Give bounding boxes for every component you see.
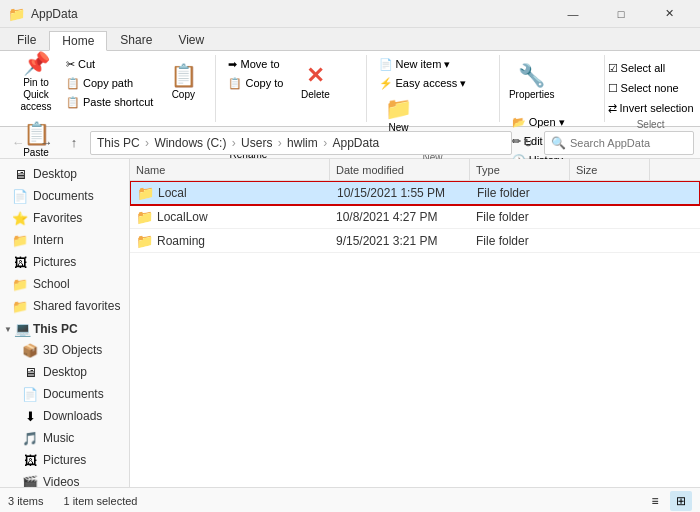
move-to-icon: ➡ (228, 58, 237, 71)
music-icon: 🎵 (22, 431, 38, 446)
documents-pc-icon: 📄 (22, 387, 38, 402)
properties-button[interactable]: 🔧 Properties (508, 55, 556, 111)
cut-button[interactable]: ✂ Cut (62, 55, 157, 73)
file-row-roaming[interactable]: 📁 Roaming 9/15/2021 3:21 PM File folder (130, 229, 700, 253)
sidebar-item-intern[interactable]: 📁 Intern (0, 229, 129, 251)
invert-selection-icon: ⇄ (608, 102, 617, 115)
sidebar-item-music[interactable]: 🎵 Music (0, 427, 129, 449)
tab-home[interactable]: Home (49, 31, 107, 51)
title-bar-title: AppData (31, 7, 78, 21)
sidebar-item-3d-objects[interactable]: 📦 3D Objects (0, 339, 129, 361)
address-bar[interactable]: This PC › Windows (C:) › Users › hwlim ›… (90, 131, 512, 155)
copy-icon: 📋 (170, 65, 197, 87)
title-bar-left: 📁 AppData (8, 6, 550, 22)
col-header-date[interactable]: Date modified (330, 159, 470, 180)
file-type-roaming: File folder (470, 234, 570, 248)
file-name-roaming: 📁 Roaming (130, 233, 330, 249)
ribbon-tabs: File Home Share View (0, 28, 700, 50)
open-button[interactable]: 📂 Open ▾ (508, 113, 569, 131)
copy-to-button[interactable]: 📋 Copy to (224, 74, 287, 92)
new-item-icon: 📄 (379, 58, 393, 71)
select-col: ☑ Select all ☐ Select none ⇄ Invert sele… (604, 55, 698, 117)
file-date-local: 10/15/2021 1:55 PM (331, 186, 471, 200)
up-button[interactable]: ↑ (62, 131, 86, 155)
documents-icon: 📄 (12, 189, 28, 204)
this-pc-arrow: ▼ (4, 325, 12, 334)
refresh-button[interactable]: ↻ (516, 131, 540, 155)
desktop-icon: 🖥 (12, 167, 28, 182)
sidebar-item-pictures-pc[interactable]: 🖼 Pictures (0, 449, 129, 471)
col-header-name[interactable]: Name (130, 159, 330, 180)
file-row-locallow[interactable]: 📁 LocalLow 10/8/2021 4:27 PM File folder (130, 205, 700, 229)
videos-icon: 🎬 (22, 475, 38, 488)
file-list: Name Date modified Type Size 📁 Local 10/… (130, 159, 700, 487)
sidebar-item-favorites[interactable]: ⭐ Favorites (0, 207, 129, 229)
maximize-button[interactable]: □ (598, 0, 644, 28)
tab-share[interactable]: Share (107, 30, 165, 50)
folder-icon-local: 📁 (137, 185, 154, 201)
col-header-type[interactable]: Type (470, 159, 570, 180)
new-item-button[interactable]: 📄 New item ▾ (375, 55, 471, 73)
search-box[interactable]: 🔍 (544, 131, 694, 155)
close-button[interactable]: ✕ (646, 0, 692, 28)
file-list-header: Name Date modified Type Size (130, 159, 700, 181)
sidebar-item-documents-pc[interactable]: 📄 Documents (0, 383, 129, 405)
sidebar-item-school[interactable]: 📁 School (0, 273, 129, 295)
file-type-locallow: File folder (470, 210, 570, 224)
shared-favorites-icon: 📁 (12, 299, 28, 314)
properties-icon: 🔧 (518, 65, 545, 87)
file-name-local: 📁 Local (131, 185, 331, 201)
delete-button[interactable]: ✕ Delete (291, 55, 339, 111)
forward-button[interactable]: → (34, 131, 58, 155)
cut-icon: ✂ (66, 58, 75, 71)
details-view-button[interactable]: ≡ (644, 491, 666, 511)
pin-button[interactable]: 📌 Pin to Quick access (12, 55, 60, 111)
tab-view[interactable]: View (165, 30, 217, 50)
title-bar: 📁 AppData — □ ✕ (0, 0, 700, 28)
favorites-icon: ⭐ (12, 211, 28, 226)
ribbon-content: 📌 Pin to Quick access ✂ Cut 📋 Copy path … (0, 50, 700, 126)
invert-selection-button[interactable]: ⇄ Invert selection (604, 99, 698, 117)
sidebar-item-shared-favorites[interactable]: 📁 Shared favorites (0, 295, 129, 317)
folder-icon-locallow: 📁 (136, 209, 153, 225)
view-controls: ≡ ⊞ (644, 491, 692, 511)
organize-group: ➡ Move to 📋 Copy to ✕ Delete ✏ Rename (216, 55, 366, 122)
new-folder-icon: 📁 (385, 98, 412, 120)
copy-button[interactable]: 📋 Copy (159, 55, 207, 111)
search-input[interactable] (570, 137, 680, 149)
file-date-roaming: 9/15/2021 3:21 PM (330, 234, 470, 248)
title-bar-controls: — □ ✕ (550, 0, 692, 28)
pictures-pc-icon: 🖼 (22, 453, 38, 468)
select-all-button[interactable]: ☑ Select all (604, 59, 698, 77)
tab-file[interactable]: File (4, 30, 49, 50)
this-pc-header[interactable]: ▼ 💻 This PC (0, 317, 129, 339)
new-group: 📄 New item ▾ ⚡ Easy access ▾ 📁 New folde… (367, 55, 500, 122)
downloads-icon: ⬇ (22, 409, 38, 424)
move-to-button[interactable]: ➡ Move to (224, 55, 287, 73)
file-row-local[interactable]: 📁 Local 10/15/2021 1:55 PM File folder (130, 181, 700, 205)
select-group: ☑ Select all ☐ Select none ⇄ Invert sele… (605, 55, 696, 122)
select-none-button[interactable]: ☐ Select none (604, 79, 698, 97)
back-button[interactable]: ← (6, 131, 30, 155)
sidebar-item-videos[interactable]: 🎬 Videos (0, 471, 129, 487)
sidebar-item-documents[interactable]: 📄 Documents (0, 185, 129, 207)
paste-shortcut-button[interactable]: 📋 Paste shortcut (62, 93, 157, 111)
minimize-button[interactable]: — (550, 0, 596, 28)
3d-objects-icon: 📦 (22, 343, 38, 358)
copy-path-icon: 📋 (66, 77, 80, 90)
sidebar-item-desktop-pc[interactable]: 🖥 Desktop (0, 361, 129, 383)
sidebar-item-pictures[interactable]: 🖼 Pictures (0, 251, 129, 273)
sidebar-item-desktop[interactable]: 🖥 Desktop (0, 163, 129, 185)
easy-access-icon: ⚡ (379, 77, 393, 90)
large-icon-view-button[interactable]: ⊞ (670, 491, 692, 511)
col-header-size[interactable]: Size (570, 159, 650, 180)
copy-to-icon: 📋 (228, 77, 242, 90)
new-col: 📄 New item ▾ ⚡ Easy access ▾ (375, 55, 471, 92)
copy-path-button[interactable]: 📋 Copy path (62, 74, 157, 92)
easy-access-button[interactable]: ⚡ Easy access ▾ (375, 74, 471, 92)
status-bar: 3 items 1 item selected ≡ ⊞ (0, 487, 700, 512)
clipboard-col: ✂ Cut 📋 Copy path 📋 Paste shortcut (62, 55, 157, 111)
sidebar: 🖥 Desktop 📄 Documents ⭐ Favorites 📁 Inte… (0, 159, 130, 487)
intern-icon: 📁 (12, 233, 28, 248)
sidebar-item-downloads[interactable]: ⬇ Downloads (0, 405, 129, 427)
